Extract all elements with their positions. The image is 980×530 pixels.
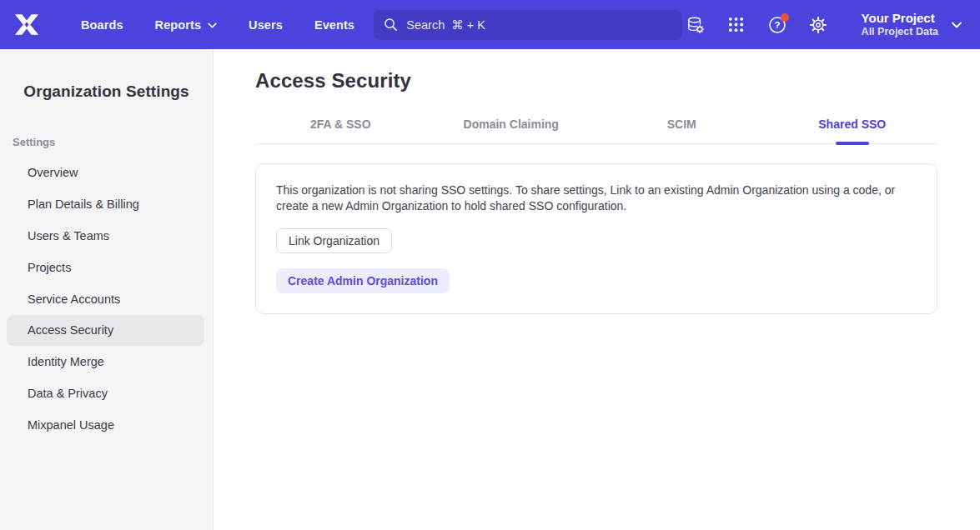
- chevron-down-icon: [952, 22, 962, 28]
- project-data-scope: All Project Data: [862, 26, 938, 38]
- page-title: Access Security: [255, 69, 937, 92]
- tab-shared-sso-label: Shared SSO: [818, 118, 886, 131]
- help-button[interactable]: ?: [768, 15, 787, 35]
- nav-item-reports-label: Reports: [155, 18, 202, 32]
- search-icon: [384, 18, 398, 32]
- access-security-tabs: 2FA & SSO Domain Claiming SCIM Shared SS…: [255, 118, 937, 144]
- chevron-down-icon: [208, 22, 217, 28]
- top-navbar: Boards Reports Users Events: [0, 0, 980, 49]
- apps-grid-button[interactable]: [727, 15, 746, 35]
- shared-sso-card: This organization is not sharing SSO set…: [255, 163, 937, 314]
- settings-sidebar: Organization Settings Settings Overview …: [0, 49, 214, 530]
- search-area: [370, 10, 686, 40]
- sidebar-item-identity-merge[interactable]: Identity Merge: [7, 346, 204, 378]
- navbar-right-controls: ? Your Project All Project Data: [686, 11, 962, 38]
- project-switcher[interactable]: Your Project All Project Data: [862, 11, 962, 38]
- settings-gear-icon: [809, 16, 827, 34]
- nav-item-events[interactable]: Events: [299, 18, 370, 32]
- shared-sso-description: This organization is not sharing SSO set…: [276, 182, 908, 214]
- search-input[interactable]: [406, 18, 672, 32]
- svg-text:?: ?: [774, 20, 780, 30]
- mixpanel-logo[interactable]: [12, 12, 42, 38]
- link-organization-button[interactable]: Link Organization: [276, 228, 392, 253]
- data-management-icon: [686, 16, 705, 34]
- active-tab-indicator: [836, 142, 869, 145]
- tab-shared-sso[interactable]: Shared SSO: [767, 118, 938, 143]
- sidebar-item-service-accounts[interactable]: Service Accounts: [7, 283, 204, 315]
- sidebar-title: Organization Settings: [0, 82, 213, 101]
- settings-button[interactable]: [809, 15, 827, 35]
- nav-item-reports[interactable]: Reports: [139, 18, 234, 32]
- primary-nav: Boards Reports Users Events: [65, 18, 370, 32]
- sidebar-item-mixpanel-usage[interactable]: Mixpanel Usage: [7, 409, 204, 441]
- sidebar-item-data-privacy[interactable]: Data & Privacy: [7, 378, 204, 409]
- notification-dot: [781, 13, 789, 22]
- apps-grid-icon: [727, 16, 745, 33]
- sidebar-item-users-teams[interactable]: Users & Teams: [7, 220, 204, 252]
- tab-2fa-sso[interactable]: 2FA & SSO: [255, 118, 426, 143]
- project-name: Your Project: [862, 11, 938, 26]
- sidebar-item-plan-details[interactable]: Plan Details & Billing: [7, 188, 204, 220]
- nav-item-users[interactable]: Users: [233, 18, 299, 32]
- data-management-button[interactable]: [686, 15, 705, 35]
- nav-item-boards[interactable]: Boards: [65, 18, 139, 32]
- tab-scim[interactable]: SCIM: [596, 118, 767, 143]
- tab-domain-claiming[interactable]: Domain Claiming: [426, 118, 597, 143]
- project-switcher-labels: Your Project All Project Data: [862, 11, 938, 38]
- sidebar-item-projects[interactable]: Projects: [7, 252, 204, 283]
- main-content: Access Security 2FA & SSO Domain Claimin…: [214, 49, 980, 530]
- mixpanel-logo-icon: [14, 13, 39, 36]
- create-admin-organization-button[interactable]: Create Admin Organization: [276, 268, 450, 293]
- sidebar-section-label: Settings: [13, 136, 213, 148]
- global-search[interactable]: [374, 10, 682, 40]
- sidebar-item-overview[interactable]: Overview: [7, 157, 204, 188]
- sidebar-item-access-security[interactable]: Access Security: [7, 315, 204, 346]
